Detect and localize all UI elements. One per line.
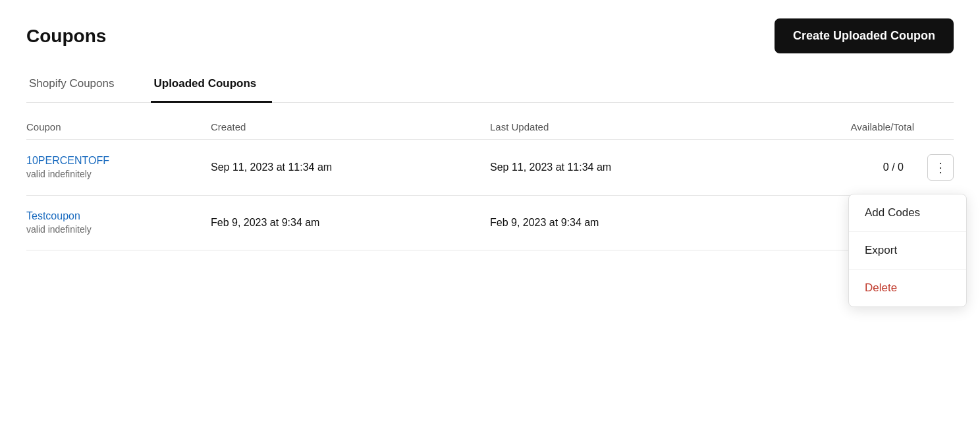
more-options-button-1[interactable]: ⋮ (927, 154, 954, 181)
coupon-created-2: Feb 9, 2023 at 9:34 am (211, 217, 490, 229)
pagination: ‹ Pre (26, 250, 954, 291)
more-icon-1: ⋮ (934, 160, 947, 175)
dropdown-item-export[interactable]: Export (849, 232, 966, 270)
table-header: Coupon Created Last Updated Available/To… (26, 121, 954, 140)
coupon-created-1: Sep 11, 2023 at 11:34 am (211, 161, 490, 173)
coupon-validity-2: valid indefinitely (26, 224, 92, 235)
coupon-name-link-2[interactable]: Testcoupon (26, 210, 211, 222)
create-uploaded-coupon-button[interactable]: Create Uploaded Coupon (775, 18, 954, 53)
page-title: Coupons (26, 26, 106, 47)
table-row: Testcoupon valid indefinitely Feb 9, 202… (26, 196, 954, 250)
coupon-last-updated-2: Feb 9, 2023 at 9:34 am (490, 217, 769, 229)
coupon-name-link-1[interactable]: 10PERCENTOFF (26, 155, 211, 167)
page-container: Coupons Create Uploaded Coupon Shopify C… (0, 0, 980, 291)
dropdown-item-add-codes[interactable]: Add Codes (849, 194, 966, 232)
column-header-created: Created (211, 121, 490, 132)
column-header-actions (914, 121, 954, 132)
dropdown-menu-1: Add Codes Export Delete (848, 194, 967, 307)
row-actions-1: ⋮ Add Codes Export Delete (914, 154, 954, 181)
dropdown-item-delete[interactable]: Delete (849, 270, 966, 306)
coupon-last-updated-1: Sep 11, 2023 at 11:34 am (490, 161, 769, 173)
coupon-cell-1: 10PERCENTOFF valid indefinitely (26, 155, 211, 180)
coupons-table: Coupon Created Last Updated Available/To… (26, 121, 954, 291)
table-row: 10PERCENTOFF valid indefinitely Sep 11, … (26, 140, 954, 196)
page-header: Coupons Create Uploaded Coupon (26, 18, 954, 53)
tab-shopify-coupons[interactable]: Shopify Coupons (26, 69, 130, 103)
column-header-available-total: Available/Total (769, 121, 914, 132)
coupon-available-total-1: 0 / 0 (769, 161, 914, 173)
column-header-coupon: Coupon (26, 121, 211, 132)
column-header-last-updated: Last Updated (490, 121, 769, 132)
tab-uploaded-coupons[interactable]: Uploaded Coupons (151, 69, 272, 103)
tabs-container: Shopify Coupons Uploaded Coupons (26, 69, 954, 103)
coupon-validity-1: valid indefinitely (26, 169, 92, 179)
coupon-cell-2: Testcoupon valid indefinitely (26, 210, 211, 235)
